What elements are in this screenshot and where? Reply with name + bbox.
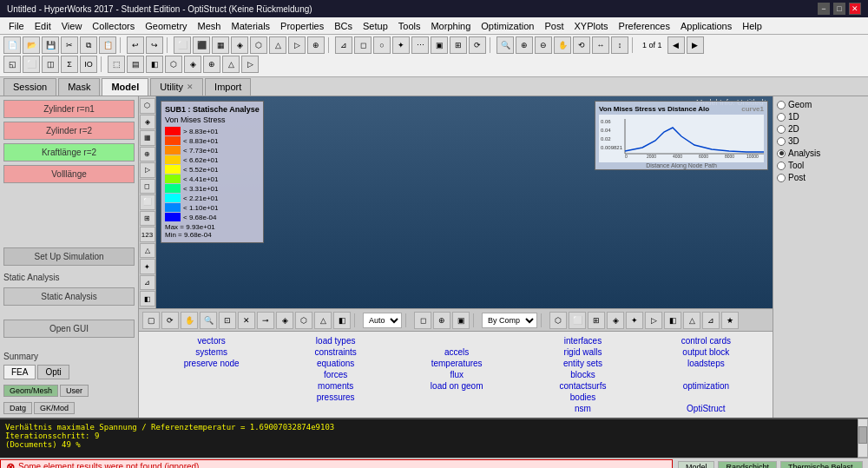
vp-tb-d6[interactable]: ▷	[645, 312, 662, 329]
prop-load-types[interactable]: load types	[280, 335, 391, 346]
prop-control-cards[interactable]: control cards	[643, 335, 769, 346]
vp-tb-select[interactable]: ▢	[142, 312, 160, 329]
tb-b8[interactable]: ⊕	[307, 36, 325, 54]
tb-f6[interactable]: ⊕	[203, 56, 220, 73]
tb-cut[interactable]: ✂	[61, 36, 78, 54]
radio-tool[interactable]: Tool	[777, 161, 865, 170]
tb-c7[interactable]: ⊞	[450, 36, 467, 54]
vp-tb-d3[interactable]: ⊞	[588, 312, 605, 329]
vp-tb-c3[interactable]: ▣	[452, 312, 470, 329]
menu-view[interactable]: View	[56, 17, 88, 34]
vp-tb-zoom[interactable]: 🔍	[200, 312, 217, 329]
btn-static-analysis[interactable]: Static Analysis	[3, 287, 135, 306]
menu-optimization[interactable]: Optimization	[476, 17, 539, 34]
close-button[interactable]: ✕	[849, 3, 861, 15]
vp-tb-xplane[interactable]: ✕	[238, 312, 255, 329]
vp-tb-solid[interactable]: ⬡	[295, 312, 312, 329]
vp-tool-11[interactable]: ✦	[140, 259, 155, 274]
prop-bodies[interactable]: bodies	[523, 392, 642, 403]
vp-tb-pan[interactable]: ✋	[181, 312, 198, 329]
vp-tool-12[interactable]: ⊿	[140, 275, 155, 291]
tab-model[interactable]: Model	[102, 78, 148, 96]
tb-next[interactable]: ▶	[687, 36, 704, 54]
btn-zylinder1[interactable]: Zylinder r=n1	[3, 100, 135, 118]
tb-b7[interactable]: ▷	[288, 36, 306, 54]
tb-undo[interactable]: ↩	[127, 36, 144, 54]
tb-c1[interactable]: ⊿	[335, 36, 352, 54]
vp-tb-d8[interactable]: △	[683, 312, 700, 329]
minimize-button[interactable]: −	[818, 3, 830, 15]
tb-e2[interactable]: ⬜	[23, 56, 40, 73]
radio-geom[interactable]: Geom	[777, 100, 865, 109]
vp-tool-6[interactable]: ◻	[140, 179, 155, 194]
tb-f4[interactable]: ⬡	[165, 56, 182, 73]
vp-tool-13[interactable]: ◧	[140, 291, 155, 307]
tb-d4[interactable]: ✋	[554, 36, 571, 54]
summary-tab-fea[interactable]: FEA	[3, 365, 36, 379]
vp-tool-10[interactable]: △	[140, 243, 155, 259]
tab-utility[interactable]: Utility ✕	[150, 78, 203, 96]
vp-tb-d9[interactable]: ⊿	[702, 312, 720, 329]
tb-b5[interactable]: ⬡	[250, 36, 267, 54]
tb-f1[interactable]: ⬚	[108, 56, 125, 73]
tb-b3[interactable]: ▦	[212, 36, 229, 54]
tb-open[interactable]: 📂	[23, 36, 40, 54]
tb-new[interactable]: 📄	[3, 36, 21, 54]
prop-output-block[interactable]: output block	[643, 346, 769, 358]
prop-blocks[interactable]: blocks	[523, 369, 642, 380]
status-badge-therm[interactable]: Thermische Belast.	[780, 461, 863, 469]
tb-c2[interactable]: ◻	[354, 36, 372, 54]
tb-e1[interactable]: ◱	[3, 56, 21, 73]
prop-optistruct[interactable]: OptiStruct	[643, 403, 769, 414]
tb-f3[interactable]: ◧	[146, 56, 163, 73]
vp-tb-d5[interactable]: ✦	[626, 312, 643, 329]
tb-e3[interactable]: ◫	[42, 56, 59, 73]
menu-geometry[interactable]: Geometry	[140, 17, 192, 34]
tb-d6[interactable]: ↔	[592, 36, 609, 54]
auto-select[interactable]: Auto	[363, 313, 402, 328]
prop-nsm[interactable]: nsm	[523, 403, 642, 414]
prop-loadsteps[interactable]: loadsteps	[643, 358, 769, 369]
menu-file[interactable]: File	[3, 17, 30, 34]
vp-tb-b2[interactable]: ◧	[333, 312, 351, 329]
vp-tool-8[interactable]: ⊞	[140, 211, 155, 227]
bycomp-select[interactable]: By Comp	[482, 313, 537, 328]
prop-entity-sets[interactable]: entity sets	[523, 358, 642, 369]
vp-tb-d2[interactable]: ⬜	[569, 312, 586, 329]
radio-2d[interactable]: 2D	[777, 124, 865, 134]
tb-c6[interactable]: ▣	[431, 36, 448, 54]
tab-import[interactable]: Import	[205, 78, 251, 96]
vp-tb-wire[interactable]: ◈	[276, 312, 293, 329]
prop-optimization[interactable]: optimization	[643, 380, 769, 392]
tb-d1[interactable]: 🔍	[496, 36, 514, 54]
menu-edit[interactable]: Edit	[30, 17, 56, 34]
prop-temperatures[interactable]: temperatures	[391, 358, 523, 369]
vp-tool-1[interactable]: ⬡	[140, 98, 155, 114]
prop-constraints[interactable]: constraints	[280, 346, 391, 358]
btn-volllaenge[interactable]: Volllänge	[3, 165, 135, 183]
menu-preferences[interactable]: Preferences	[614, 17, 675, 34]
console-scrollbar[interactable]	[858, 419, 868, 458]
prop-equations[interactable]: equations	[280, 358, 391, 369]
prop-vectors[interactable]: vectors	[142, 335, 280, 346]
prop-preserve-node[interactable]: preserve node	[142, 358, 280, 369]
vp-tb-fit[interactable]: ⊡	[219, 312, 236, 329]
summary-subtab-gkmod[interactable]: GK/Mod	[34, 402, 75, 414]
prop-systems[interactable]: systems	[142, 346, 280, 358]
tb-d3[interactable]: ⊖	[535, 36, 552, 54]
vp-tb-rotate[interactable]: ⟳	[161, 312, 179, 329]
tb-e5[interactable]: IO	[80, 56, 97, 73]
menu-materials[interactable]: Materials	[226, 17, 275, 34]
btn-open-gui[interactable]: Open GUI	[3, 320, 135, 338]
prop-flux[interactable]: flux	[391, 369, 523, 380]
status-badge-model[interactable]: Model	[678, 461, 715, 469]
prop-rigid-walls[interactable]: rigid walls	[523, 346, 642, 358]
menu-xyplots[interactable]: XYPlots	[569, 17, 613, 34]
btn-zylinder2[interactable]: Zylinder r=2	[3, 122, 135, 140]
tb-e4[interactable]: Σ	[61, 56, 78, 73]
summary-subtab-geom[interactable]: Geom/Mesh	[3, 385, 58, 397]
vp-tb-star[interactable]: ★	[721, 312, 739, 329]
btn-kraft[interactable]: Kraftlänge r=2	[3, 143, 135, 161]
tb-d2[interactable]: ⊕	[516, 36, 533, 54]
prop-moments[interactable]: moments	[280, 380, 391, 392]
